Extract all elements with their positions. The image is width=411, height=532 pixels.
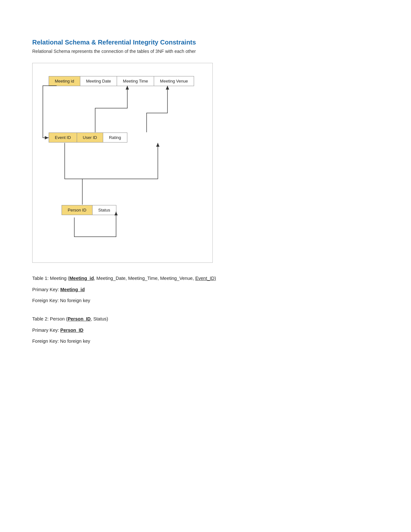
table1-description: Table 1: Meeting (Meeting_id, Meeting_Da…: [32, 274, 379, 282]
event-table: Event ID User ID Rating: [49, 133, 127, 143]
table2-foreign-key: Foreign Key: No foreign key: [32, 337, 379, 345]
meeting-time-cell: Meeting Time: [117, 76, 154, 86]
person-id-cell: Person ID: [62, 205, 93, 215]
table1-foreign-key: Foreign Key: No foreign key: [32, 297, 379, 305]
table1-fk-ref: Event_ID): [195, 276, 216, 281]
meeting-venue-cell: Meeting Venue: [154, 76, 194, 86]
meeting-id-cell: Meeting id: [49, 76, 80, 86]
schema-diagram: Meeting id Meeting Date Meeting Time Mee…: [32, 63, 213, 263]
rating-cell: Rating: [103, 133, 127, 142]
table2-pk: Person_ID: [68, 316, 91, 321]
user-id-cell: User ID: [77, 133, 103, 142]
event-id-cell: Event ID: [49, 133, 77, 142]
table2-description: Table 2: Person (Person_ID, Status): [32, 315, 379, 323]
meeting-date-cell: Meeting Date: [80, 76, 117, 86]
table2-primary-key: Primary Key: Person_ID: [32, 326, 379, 334]
meeting-table: Meeting id Meeting Date Meeting Time Mee…: [49, 76, 194, 86]
status-cell: Status: [93, 205, 116, 215]
page-subtitle: Relational Schema represents the connect…: [32, 49, 379, 54]
diagram-arrows: [33, 63, 212, 262]
table1-primary-key: Primary Key: Meeting_id: [32, 286, 379, 294]
table2-section: Table 2: Person (Person_ID, Status) Prim…: [32, 315, 379, 345]
table2-pk-value: Person_ID: [60, 328, 83, 333]
table1-pk-value: Meeting_id: [60, 287, 85, 292]
person-table: Person ID Status: [62, 205, 116, 215]
table1-section: Table 1: Meeting (Meeting_id, Meeting_Da…: [32, 274, 379, 305]
table1-pk: Meeting_id: [69, 276, 94, 281]
page-title: Relational Schema & Referential Integrit…: [32, 39, 379, 46]
